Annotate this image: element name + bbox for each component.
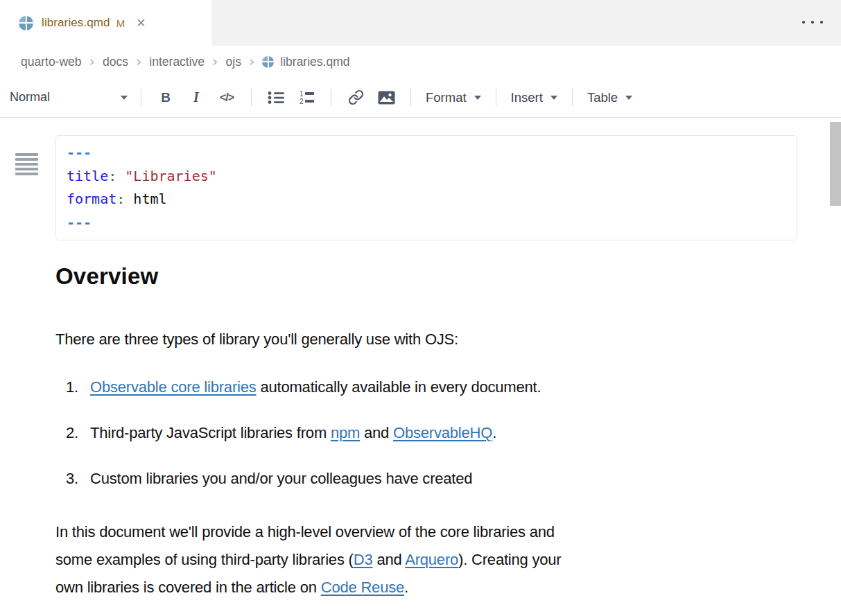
list-item: 1. Observable core libraries automatical…	[66, 377, 841, 398]
link-button[interactable]	[340, 89, 371, 105]
toolbar-divider	[410, 89, 411, 106]
formatting-toolbar: Normal B I </> 1 2 Fo	[0, 78, 841, 118]
vertical-scrollbar-thumb[interactable]	[830, 122, 841, 206]
breadcrumb: quarto-web › docs › interactive › ojs › …	[0, 46, 841, 78]
inline-link[interactable]: ObservableHQ	[393, 424, 492, 441]
breadcrumb-separator: ›	[249, 53, 254, 70]
quarto-file-icon	[262, 56, 274, 68]
insert-menu[interactable]: Insert	[505, 90, 563, 105]
breadcrumb-item-file[interactable]: libraries.qmd	[262, 55, 349, 69]
breadcrumb-item-interactive[interactable]: interactive	[149, 55, 205, 69]
code-line: ---	[67, 211, 786, 235]
inline-link[interactable]: Arquero	[405, 551, 458, 568]
code-line: ---	[67, 141, 786, 165]
chevron-down-icon	[550, 96, 557, 100]
link-icon	[348, 89, 364, 105]
ordered-list-icon: 1 2	[298, 90, 315, 105]
format-menu-label: Format	[426, 90, 467, 105]
table-menu-label: Table	[587, 90, 618, 105]
italic-button[interactable]: I	[181, 89, 211, 105]
yaml-front-matter-block[interactable]: ---title: "Libraries"format: html---	[55, 135, 797, 240]
image-icon	[378, 91, 395, 105]
breadcrumb-separator: ›	[136, 53, 141, 70]
close-icon[interactable]: ✕	[136, 17, 146, 29]
paragraph-style-value: Normal	[10, 90, 50, 105]
bold-button[interactable]: B	[150, 90, 181, 105]
breadcrumb-separator: ›	[212, 53, 218, 70]
block-drag-handle-icon[interactable]	[15, 153, 38, 181]
list-item-text: Custom libraries you and/or your colleag…	[90, 468, 472, 489]
list-item: 3. Custom libraries you and/or your coll…	[66, 468, 841, 489]
chevron-down-icon	[474, 96, 481, 100]
toolbar-divider	[496, 89, 496, 106]
toolbar-divider	[331, 89, 331, 106]
tab-title: libraries.qmd	[42, 16, 110, 30]
code-button[interactable]: </>	[211, 91, 242, 104]
list-item-text: Observable core libraries automatically …	[90, 377, 541, 398]
bullet-list-button[interactable]	[261, 91, 291, 105]
list-number: 2.	[66, 423, 90, 443]
svg-text:1: 1	[300, 90, 304, 98]
breadcrumb-item-quarto-web[interactable]: quarto-web	[21, 55, 82, 69]
code-line: format: html	[67, 188, 786, 211]
intro-paragraph: There are three types of library you'll …	[55, 329, 841, 350]
list-item-text: Third-party JavaScript libraries from np…	[90, 423, 496, 443]
list-item: 2. Third-party JavaScript libraries from…	[66, 423, 841, 443]
modified-badge: M	[116, 17, 125, 29]
format-menu[interactable]: Format	[420, 90, 487, 105]
editor-content: ---title: "Libraries"format: html--- Ove…	[0, 135, 841, 616]
inline-link[interactable]: npm	[331, 424, 360, 441]
svg-text:2: 2	[300, 98, 304, 105]
tab-bar: libraries.qmd M ✕	[0, 0, 841, 46]
section-heading: Overview	[55, 261, 841, 292]
list-number: 1.	[66, 377, 90, 398]
list-number: 3.	[66, 468, 90, 489]
chevron-down-icon	[121, 96, 128, 100]
breadcrumb-file-label: libraries.qmd	[280, 55, 349, 69]
toolbar-divider	[251, 89, 252, 106]
breadcrumb-separator: ›	[89, 53, 95, 70]
chevron-down-icon	[625, 96, 632, 100]
outro-paragraph: In this document we'll provide a high-le…	[55, 518, 841, 601]
breadcrumb-item-docs[interactable]: docs	[103, 55, 128, 69]
paragraph-style-select[interactable]: Normal	[10, 90, 132, 105]
code-line: title: "Libraries"	[67, 165, 786, 188]
quarto-file-icon	[19, 16, 33, 30]
inline-link[interactable]: D3	[354, 551, 373, 568]
insert-menu-label: Insert	[511, 90, 543, 105]
table-menu[interactable]: Table	[582, 90, 638, 105]
more-actions-icon[interactable]	[802, 21, 823, 24]
inline-link[interactable]: Code Reuse	[321, 579, 404, 596]
ordered-list-button[interactable]: 1 2	[291, 90, 322, 105]
image-button[interactable]	[371, 91, 401, 105]
inline-link[interactable]: Observable core libraries	[90, 378, 257, 396]
breadcrumb-item-ojs[interactable]: ojs	[226, 55, 241, 69]
toolbar-divider	[572, 89, 573, 106]
toolbar-divider	[141, 89, 141, 106]
tab-libraries-qmd[interactable]: libraries.qmd M ✕	[0, 0, 211, 46]
bullet-list-icon	[268, 91, 285, 105]
library-types-list: 1. Observable core libraries automatical…	[0, 377, 841, 489]
